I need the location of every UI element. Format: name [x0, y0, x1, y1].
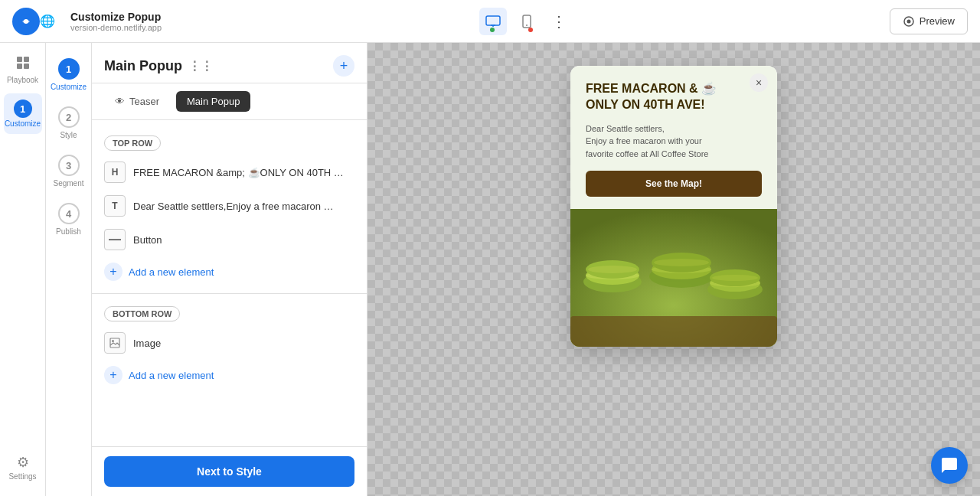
svg-rect-10 [24, 57, 29, 62]
svg-point-1 [24, 19, 28, 24]
panel-menu-icon[interactable]: ⋮⋮ [188, 59, 213, 73]
sidebar-item-customize[interactable]: 1 Customize [4, 93, 42, 134]
topbar: 🌐 Customize Popup version-demo.netlify.a… [0, 0, 980, 43]
heading-icon: H [104, 162, 126, 183]
tab-teaser[interactable]: 👁 Teaser [104, 91, 170, 112]
bottom-row-label: BOTTOM ROW [104, 306, 180, 321]
topbar-title-block: Customize Popup version-demo.netlify.app [70, 11, 162, 32]
svg-point-20 [588, 266, 637, 273]
panel-title-text: Main Popup [104, 58, 182, 74]
sidebar-item-playbook[interactable]: Playbook [4, 49, 42, 90]
more-options-btn[interactable]: ⋮ [547, 9, 571, 34]
settings-icon: ⚙ [17, 454, 29, 471]
step-3-label: Segment [53, 179, 83, 188]
panel-add-button[interactable]: + [333, 55, 354, 77]
app-subtitle: version-demo.netlify.app [70, 23, 162, 32]
tab-main-popup[interactable]: Main Popup [176, 91, 250, 112]
image-element[interactable]: Image [92, 326, 367, 360]
mobile-device-btn[interactable] [513, 8, 541, 35]
add-top-label: Add a new element [129, 266, 214, 278]
step-sidebar: 1 Customize 2 Style 3 Segment 4 Publish [46, 43, 92, 496]
add-bottom-label: Add a new element [129, 370, 214, 381]
panel-footer: Next to Style [92, 446, 367, 496]
svg-point-25 [654, 259, 709, 266]
step-4-circle: 4 [58, 203, 80, 224]
main-layout: Playbook 1 Customize ⚙ Settings 1 Custom… [0, 43, 980, 496]
mobile-status-dot [528, 28, 533, 32]
add-top-icon: + [104, 263, 122, 281]
grid-icon [15, 55, 31, 74]
popup-cta-button[interactable]: See the Map! [586, 171, 762, 197]
svg-rect-31 [570, 316, 777, 347]
step-2-style[interactable]: 2 Style [58, 106, 80, 139]
bottom-row-section: BOTTOM ROW Image + Add a new element [92, 300, 367, 390]
desktop-status-dot [490, 28, 495, 32]
chat-bubble[interactable] [931, 447, 968, 484]
popup-body: Dear Seattle settlers,Enjoy a free macar… [586, 122, 762, 161]
canvas-area: × FREE MACARON & ☕ONLY ON 40TH AVE! Dear… [368, 43, 980, 496]
button-text: Button [133, 234, 162, 246]
topbar-left: 🌐 Customize Popup version-demo.netlify.a… [12, 8, 162, 35]
preview-button[interactable]: Preview [890, 8, 968, 34]
preview-label: Preview [920, 15, 955, 27]
eye-icon: 👁 [115, 96, 125, 107]
add-bottom-icon: + [104, 366, 122, 384]
logo-icon [12, 8, 40, 35]
panel-header: Main Popup ⋮⋮ + [92, 43, 367, 83]
section-divider [92, 293, 367, 294]
sidebar-label-settings: Settings [8, 472, 36, 481]
svg-point-30 [712, 275, 758, 281]
text-icon: T [104, 195, 126, 217]
svg-rect-13 [110, 338, 119, 348]
device-switcher: ⋮ [479, 8, 571, 35]
step-1-circle: 1 [58, 58, 80, 80]
add-element-top[interactable]: + Add a new element [92, 256, 367, 287]
sidebar-label-playbook: Playbook [7, 76, 38, 84]
icon-sidebar: Playbook 1 Customize ⚙ Settings [0, 43, 46, 496]
step-1-label: Customize [51, 83, 87, 91]
app-title: Customize Popup [70, 11, 161, 23]
text-content: Dear Seattle settlers,Enjoy a free macar… [133, 201, 334, 212]
svg-rect-2 [486, 16, 500, 25]
svg-point-14 [112, 340, 114, 342]
panel-content: TOP ROW H FREE MACARON &amp; ☕ONLY ON 40… [92, 120, 367, 446]
desktop-device-btn[interactable] [479, 8, 507, 35]
step-4-publish[interactable]: 4 Publish [56, 203, 81, 236]
popup-close-button[interactable]: × [750, 73, 768, 92]
popup-card: × FREE MACARON & ☕ONLY ON 40TH AVE! Dear… [570, 66, 777, 347]
svg-point-6 [526, 24, 528, 26]
topbar-center: ⋮ [162, 8, 890, 35]
svg-point-8 [906, 19, 910, 23]
customize-number-icon: 1 [14, 100, 32, 118]
heading-text: FREE MACARON &amp; ☕ONLY ON 40TH … [133, 167, 344, 178]
svg-rect-9 [17, 57, 22, 62]
add-element-bottom[interactable]: + Add a new element [92, 360, 367, 390]
text-element[interactable]: T Dear Seattle settlers,Enjoy a free mac… [92, 189, 367, 223]
svg-rect-11 [17, 64, 22, 69]
image-icon [104, 332, 126, 354]
step-3-segment[interactable]: 3 Segment [53, 155, 83, 188]
image-text: Image [133, 338, 161, 349]
step-3-circle: 3 [58, 155, 80, 176]
heading-element[interactable]: H FREE MACARON &amp; ☕ONLY ON 40TH … [92, 155, 367, 189]
button-element[interactable]: — Button [92, 223, 367, 256]
top-row-section: TOP ROW H FREE MACARON &amp; ☕ONLY ON 40… [92, 129, 367, 287]
top-row-label: TOP ROW [104, 135, 161, 151]
sidebar-label-customize: Customize [5, 119, 41, 128]
step-2-circle: 2 [58, 106, 80, 128]
globe-icon: 🌐 [40, 14, 55, 28]
svg-rect-12 [24, 64, 29, 69]
step-4-label: Publish [56, 227, 81, 236]
step-2-label: Style [60, 131, 77, 139]
panel: Main Popup ⋮⋮ + 👁 Teaser Main Popup TOP … [92, 43, 368, 496]
popup-heading: FREE MACARON & ☕ONLY ON 40TH AVE! [586, 81, 762, 113]
next-to-style-button[interactable]: Next to Style [104, 456, 354, 487]
panel-title-block: Main Popup ⋮⋮ [104, 58, 213, 74]
panel-tabs: 👁 Teaser Main Popup [92, 83, 367, 120]
popup-image [570, 209, 777, 347]
sidebar-item-settings[interactable]: ⚙ Settings [4, 448, 42, 487]
button-icon: — [104, 229, 126, 250]
step-1-customize[interactable]: 1 Customize [51, 58, 87, 91]
popup-top-section: FREE MACARON & ☕ONLY ON 40TH AVE! Dear S… [570, 66, 777, 209]
